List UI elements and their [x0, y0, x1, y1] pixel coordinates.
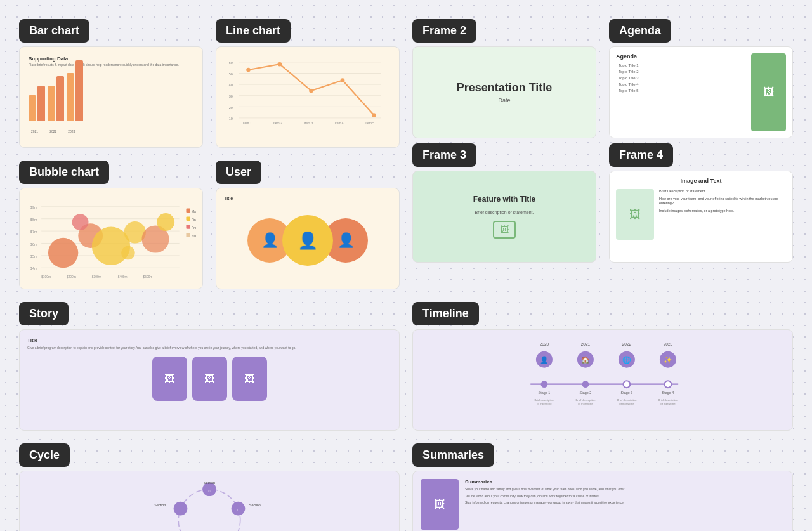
svg-text:20: 20	[229, 106, 233, 110]
svg-point-49	[372, 113, 376, 117]
summaries-para-2: Tell the world about your community, how…	[465, 494, 625, 499]
svg-text:Stage 2: Stage 2	[580, 391, 592, 395]
summaries-text: Summaries Share your name and family and…	[465, 479, 625, 508]
summaries-group: Summaries 🖼 Summaries Share your name an…	[412, 443, 793, 531]
story-label: Story	[19, 302, 69, 325]
timeline-section: Timeline 2020 2021 2022 2023 👤 🏠 🌐	[412, 302, 793, 531]
story-image-3: 🖼	[232, 357, 267, 401]
svg-point-47	[309, 89, 313, 93]
svg-text:$500m: $500m	[143, 275, 153, 279]
svg-text:$300m: $300m	[92, 275, 102, 279]
svg-point-17	[121, 246, 135, 260]
bubble-chart-svg: $9m $8m $7m $6m $5m $4m	[26, 195, 196, 284]
svg-text:Finance: Finance	[192, 218, 196, 221]
bar-chart-label: Bar chart	[19, 19, 89, 43]
frame2-preview: Presentation Title Date	[412, 46, 596, 138]
bars-container	[29, 72, 193, 129]
svg-text:Brief description: Brief description	[658, 398, 678, 402]
svg-text:2021: 2021	[581, 342, 591, 346]
svg-text:○: ○	[180, 508, 182, 512]
svg-text:$400m: $400m	[118, 275, 128, 279]
bar-chart-preview: Supporting Data Place brief results & im…	[19, 46, 203, 148]
line-chart-preview: 60 50 40 30 20 10	[216, 46, 400, 148]
svg-point-46	[278, 62, 282, 67]
agenda-group: Agenda Agenda Topic Title 1 Topic Title …	[609, 19, 793, 138]
svg-text:50: 50	[229, 72, 233, 76]
svg-text:Section: Section	[204, 481, 215, 485]
frame3-group: Frame 3 Feature with Title Brief descrip…	[412, 143, 596, 263]
story-preview: Title Give a brief program description t…	[19, 329, 400, 431]
svg-text:2022: 2022	[622, 342, 632, 346]
timeline-preview: 2020 2021 2022 2023 👤 🏠 🌐 ✨	[412, 329, 793, 431]
svg-text:👤: 👤	[540, 355, 549, 364]
agenda-item-4: Topic Title 4	[616, 82, 747, 86]
svg-text:of milestone: of milestone	[537, 402, 552, 405]
svg-text:40: 40	[229, 83, 233, 87]
frame4-image-placeholder: 🖼	[616, 189, 654, 240]
svg-point-45	[246, 68, 251, 72]
svg-text:Brief description: Brief description	[575, 398, 596, 402]
svg-point-48	[341, 78, 345, 82]
timeline-label: Timeline	[412, 302, 479, 325]
cycle-label: Cycle	[19, 443, 70, 467]
frame4-content: 🖼 Brief Description or statement. How ar…	[616, 189, 786, 240]
svg-text:Item 4: Item 4	[335, 122, 344, 125]
bubble-chart-label: Bubble chart	[19, 161, 109, 184]
bar	[29, 95, 36, 121]
bar-group	[29, 86, 45, 121]
summaries-image: 🖼	[421, 479, 459, 530]
user-circles: 👤 👤 👤	[224, 206, 391, 275]
agenda-item-1: Topic Title 1	[616, 63, 747, 67]
svg-text:of milestone: of milestone	[660, 402, 676, 405]
agenda-item-3: Topic Title 3	[616, 76, 747, 80]
svg-point-86	[624, 381, 631, 388]
svg-text:$4m: $4m	[30, 266, 37, 270]
agenda-item-2: Topic Title 2	[616, 70, 747, 74]
svg-text:Product: Product	[192, 226, 196, 230]
bubble-chart-preview: $9m $8m $7m $6m $5m $4m	[19, 188, 203, 289]
agenda-preview: Agenda Topic Title 1 Topic Title 2 Topic…	[609, 46, 793, 138]
svg-text:$5m: $5m	[30, 254, 37, 258]
user-preview: Title 👤 👤 👤	[216, 188, 400, 289]
user-circle-2: 👤	[282, 215, 333, 266]
story-title: Title	[27, 338, 391, 343]
user-label: User	[216, 161, 261, 184]
svg-text:$7m: $7m	[30, 230, 37, 233]
frame3-desc: Brief description or statement.	[475, 210, 534, 214]
svg-text:Item 5: Item 5	[365, 122, 374, 125]
bar-chart-title: Supporting Data	[29, 56, 193, 62]
frame4-q2: Include images, schematics, or a prototy…	[659, 209, 786, 214]
svg-text:Item 1: Item 1	[243, 122, 252, 125]
svg-point-19	[157, 213, 174, 231]
svg-text:2023: 2023	[664, 342, 673, 346]
user-group: User Title 👤 👤 👤	[216, 161, 400, 289]
svg-rect-26	[186, 233, 190, 237]
svg-text:Stage 3: Stage 3	[621, 391, 633, 395]
agenda-heading: Agenda	[616, 53, 747, 60]
story-desc: Give a brief program description to expl…	[27, 346, 391, 350]
story-group: Story Title Give a brief program descrip…	[19, 302, 400, 431]
svg-text:Section: Section	[249, 503, 261, 507]
presentation-title: Presentation Title	[457, 81, 553, 95]
story-section: Story Title Give a brief program descrip…	[19, 302, 400, 531]
story-images: 🖼 🖼 🖼	[27, 357, 391, 401]
frame2-label: Frame 2	[412, 19, 476, 43]
svg-text:🌐: 🌐	[622, 355, 631, 364]
svg-text:2020: 2020	[540, 342, 549, 346]
frame4-text: Brief Description or statement. How are …	[659, 189, 786, 240]
bar	[48, 86, 55, 121]
bar-chart-group: Bar chart Supporting Data Place brief re…	[19, 19, 203, 148]
svg-text:○: ○	[237, 508, 240, 512]
bubble-chart-group: Bubble chart $9m $8m $7m $6m $5m $4m	[19, 161, 203, 289]
frame4-preview: Image and Text 🖼 Brief Description or st…	[609, 171, 793, 263]
svg-text:$9m: $9m	[30, 206, 37, 209]
frame3-label: Frame 3	[412, 143, 476, 167]
svg-text:of milestone: of milestone	[619, 402, 634, 405]
svg-text:$100m: $100m	[41, 275, 51, 279]
svg-text:Section: Section	[154, 503, 166, 507]
svg-text:Stage 4: Stage 4	[662, 391, 674, 395]
frame2-group: Frame 2 Presentation Title Date	[412, 19, 596, 138]
line-chart-group: Line chart 60 50 40 30 20 10	[216, 19, 400, 148]
bar	[75, 60, 83, 121]
cycle-svg: ○ ○ ○ ○ ○ Section Section Section Sectio…	[27, 479, 391, 531]
